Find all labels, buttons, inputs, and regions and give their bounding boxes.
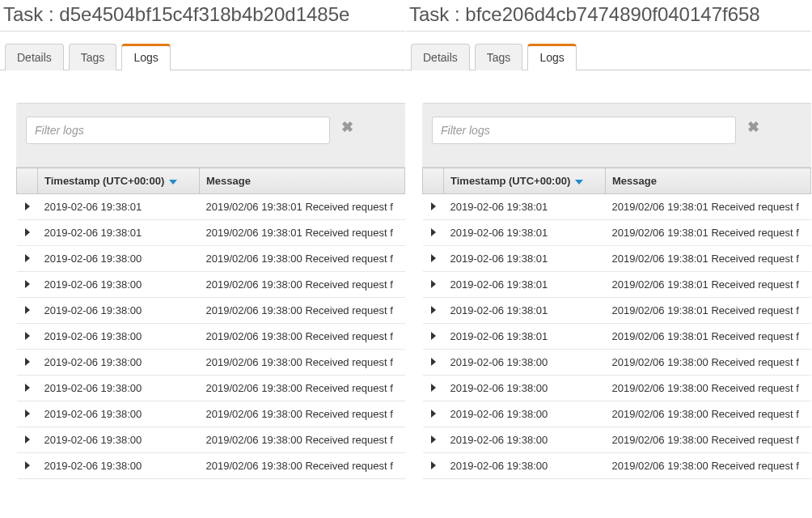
sort-desc-icon [575, 180, 583, 185]
tab-logs[interactable]: Logs [527, 44, 576, 70]
table-row[interactable]: 2019-02-06 19:38:012019/02/06 19:38:01 R… [423, 194, 811, 220]
table-row[interactable]: 2019-02-06 19:38:002019/02/06 19:38:00 R… [17, 376, 405, 401]
cell-timestamp: 2019-02-06 19:38:01 [444, 272, 606, 298]
table-row[interactable]: 2019-02-06 19:38:002019/02/06 19:38:00 R… [423, 453, 811, 479]
tab-details[interactable]: Details [411, 44, 470, 70]
caret-right-icon [431, 435, 436, 444]
col-message[interactable]: Message [606, 168, 811, 194]
table-row[interactable]: 2019-02-06 19:38:012019/02/06 19:38:01 R… [423, 324, 811, 350]
table-row[interactable]: 2019-02-06 19:38:002019/02/06 19:38:00 R… [17, 246, 405, 272]
expand-row-toggle[interactable] [17, 350, 38, 376]
expand-row-toggle[interactable] [423, 298, 444, 324]
expand-row-toggle[interactable] [17, 298, 38, 324]
caret-right-icon [25, 280, 30, 288]
table-row[interactable]: 2019-02-06 19:38:002019/02/06 19:38:00 R… [17, 324, 405, 350]
expand-row-toggle[interactable] [17, 453, 38, 479]
expand-row-toggle[interactable] [423, 427, 444, 453]
cell-timestamp: 2019-02-06 19:38:00 [38, 246, 200, 272]
cell-timestamp: 2019-02-06 19:38:01 [444, 298, 606, 324]
table-row[interactable]: 2019-02-06 19:38:002019/02/06 19:38:00 R… [17, 427, 405, 453]
expand-row-toggle[interactable] [423, 350, 444, 376]
caret-right-icon [431, 410, 436, 418]
cell-message: 2019/02/06 19:38:00 Received request f [200, 350, 405, 376]
cell-message: 2019/02/06 19:38:00 Received request f [606, 401, 811, 427]
table-row[interactable]: 2019-02-06 19:38:002019/02/06 19:38:00 R… [423, 376, 811, 401]
tab-logs[interactable]: Logs [121, 44, 170, 70]
expand-row-toggle[interactable] [17, 401, 38, 427]
filter-logs-input[interactable] [26, 117, 330, 144]
expand-row-toggle[interactable] [423, 194, 444, 220]
panel-title: Task : d5e4504bf15c4f318b4b20d1485e [0, 0, 405, 32]
tab-details[interactable]: Details [5, 44, 64, 70]
cell-message: 2019/02/06 19:38:00 Received request f [606, 376, 811, 401]
col-timestamp[interactable]: Timestamp (UTC+00:00) [38, 168, 200, 194]
cell-timestamp: 2019-02-06 19:38:01 [38, 220, 200, 246]
panel-title: Task : bfce206d4cb7474890f040147f658 [406, 0, 811, 32]
cell-message: 2019/02/06 19:38:01 Received request f [200, 220, 405, 246]
caret-right-icon [431, 461, 436, 469]
expand-row-toggle[interactable] [17, 376, 38, 401]
cell-message: 2019/02/06 19:38:00 Received request f [606, 350, 811, 376]
table-row[interactable]: 2019-02-06 19:38:012019/02/06 19:38:01 R… [423, 220, 811, 246]
expand-row-toggle[interactable] [423, 453, 444, 479]
cell-timestamp: 2019-02-06 19:38:00 [38, 401, 200, 427]
expand-row-toggle[interactable] [423, 376, 444, 401]
table-row[interactable]: 2019-02-06 19:38:012019/02/06 19:38:01 R… [17, 194, 405, 220]
cell-message: 2019/02/06 19:38:00 Received request f [200, 401, 405, 427]
sort-desc-icon [169, 180, 177, 185]
clear-filter-icon[interactable]: ✖ [341, 117, 353, 134]
cell-timestamp: 2019-02-06 19:38:00 [38, 427, 200, 453]
cell-message: 2019/02/06 19:38:01 Received request f [606, 246, 811, 272]
cell-timestamp: 2019-02-06 19:38:00 [38, 324, 200, 350]
tab-tags[interactable]: Tags [69, 44, 117, 70]
expand-row-toggle[interactable] [17, 272, 38, 298]
table-row[interactable]: 2019-02-06 19:38:002019/02/06 19:38:00 R… [17, 350, 405, 376]
cell-message: 2019/02/06 19:38:00 Received request f [200, 324, 405, 350]
expand-row-toggle[interactable] [423, 246, 444, 272]
caret-right-icon [25, 384, 30, 392]
col-timestamp-label: Timestamp (UTC+00:00) [450, 175, 570, 187]
caret-right-icon [25, 410, 30, 418]
caret-right-icon [431, 254, 436, 262]
expand-row-toggle[interactable] [17, 324, 38, 350]
task-panel: Task : bfce206d4cb7474890f040147f658Deta… [406, 0, 812, 479]
expand-row-toggle[interactable] [423, 401, 444, 427]
table-row[interactable]: 2019-02-06 19:38:002019/02/06 19:38:00 R… [423, 350, 811, 376]
col-message[interactable]: Message [200, 168, 405, 194]
col-timestamp-label: Timestamp (UTC+00:00) [44, 175, 164, 187]
col-timestamp[interactable]: Timestamp (UTC+00:00) [444, 168, 606, 194]
filter-logs-input[interactable] [432, 117, 736, 144]
expand-row-toggle[interactable] [17, 220, 38, 246]
cell-timestamp: 2019-02-06 19:38:00 [444, 401, 606, 427]
expand-row-toggle[interactable] [17, 427, 38, 453]
table-row[interactable]: 2019-02-06 19:38:002019/02/06 19:38:00 R… [17, 298, 405, 324]
caret-right-icon [25, 435, 30, 444]
filter-bar: ✖ [16, 103, 405, 168]
caret-right-icon [25, 461, 30, 469]
caret-right-icon [431, 384, 436, 392]
tabbar: DetailsTagsLogs [0, 35, 405, 70]
expand-row-toggle[interactable] [423, 324, 444, 350]
table-row[interactable]: 2019-02-06 19:38:012019/02/06 19:38:01 R… [423, 246, 811, 272]
table-row[interactable]: 2019-02-06 19:38:012019/02/06 19:38:01 R… [17, 220, 405, 246]
table-row[interactable]: 2019-02-06 19:38:012019/02/06 19:38:01 R… [423, 298, 811, 324]
cell-message: 2019/02/06 19:38:01 Received request f [606, 298, 811, 324]
expand-row-toggle[interactable] [423, 220, 444, 246]
table-row[interactable]: 2019-02-06 19:38:002019/02/06 19:38:00 R… [17, 401, 405, 427]
tab-tags[interactable]: Tags [475, 44, 523, 70]
cell-timestamp: 2019-02-06 19:38:00 [38, 298, 200, 324]
clear-filter-icon[interactable]: ✖ [747, 117, 759, 134]
expand-row-toggle[interactable] [17, 246, 38, 272]
expand-row-toggle[interactable] [17, 194, 38, 220]
cell-message: 2019/02/06 19:38:01 Received request f [606, 324, 811, 350]
cell-timestamp: 2019-02-06 19:38:01 [444, 194, 606, 220]
table-row[interactable]: 2019-02-06 19:38:012019/02/06 19:38:01 R… [423, 272, 811, 298]
table-row[interactable]: 2019-02-06 19:38:002019/02/06 19:38:00 R… [423, 427, 811, 453]
col-expand [17, 168, 38, 194]
caret-right-icon [431, 280, 436, 288]
table-row[interactable]: 2019-02-06 19:38:002019/02/06 19:38:00 R… [423, 401, 811, 427]
table-row[interactable]: 2019-02-06 19:38:002019/02/06 19:38:00 R… [17, 453, 405, 479]
table-row[interactable]: 2019-02-06 19:38:002019/02/06 19:38:00 R… [17, 272, 405, 298]
cell-timestamp: 2019-02-06 19:38:01 [38, 194, 200, 220]
expand-row-toggle[interactable] [423, 272, 444, 298]
